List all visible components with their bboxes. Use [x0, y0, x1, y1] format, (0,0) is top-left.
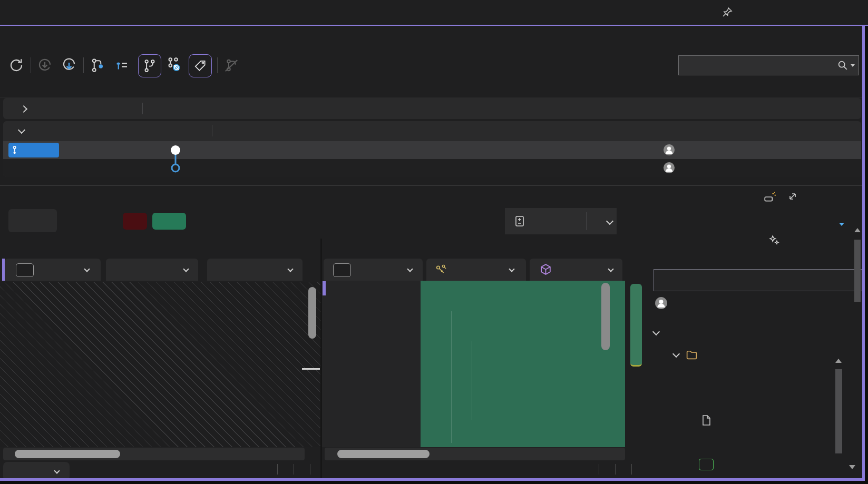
commit-graph	[161, 141, 191, 177]
tree-scrollbar-thumb[interactable]	[835, 369, 842, 453]
branch-bar	[0, 53, 868, 77]
namespace-keys-icon	[435, 263, 447, 276]
right-status-bar	[443, 464, 642, 475]
tree-row-folder[interactable]	[649, 344, 833, 366]
left-empty-file-area	[0, 282, 320, 447]
left-method-dropdown[interactable]	[207, 259, 303, 281]
file-icon	[700, 414, 713, 427]
minimap-added-region[interactable]	[630, 284, 642, 367]
commit-message-box[interactable]	[654, 269, 862, 291]
csharp-chip-icon	[16, 263, 34, 277]
minimize-with-sparkles-icon[interactable]	[763, 190, 777, 204]
panel-scroll-down-icon[interactable]	[849, 465, 855, 469]
folder-icon	[685, 348, 698, 361]
left-type-dropdown[interactable]	[5, 259, 101, 281]
title-bar	[0, 0, 868, 25]
chevron-down-icon[interactable]	[672, 350, 680, 358]
link-separator	[142, 103, 143, 114]
commit-details-panel	[0, 185, 868, 481]
sparkles-icon[interactable]	[768, 234, 780, 246]
avatar	[655, 297, 668, 310]
tree-row-file[interactable]	[649, 432, 833, 455]
right-member-dropdown[interactable]	[426, 259, 526, 281]
branch-badge[interactable]	[8, 143, 59, 157]
chevron-down-icon	[608, 266, 613, 272]
diff-nav-group	[8, 209, 57, 232]
tree-row-file[interactable]	[649, 410, 833, 432]
chevron-right-icon[interactable]	[20, 105, 27, 113]
pin-icon[interactable]	[721, 6, 734, 18]
chevron-down-icon	[84, 266, 90, 272]
window-outside	[0, 481, 868, 484]
history-column-header	[0, 78, 868, 97]
right-type-dropdown[interactable]	[324, 259, 423, 281]
panel-scroll-up-icon[interactable]	[854, 228, 861, 232]
tree-scroll-up-icon[interactable]	[835, 359, 842, 363]
reset-dropdown-icon[interactable]	[839, 223, 844, 226]
additions-badge	[152, 213, 186, 230]
link-separator	[212, 125, 212, 136]
toolbar-separator	[586, 212, 587, 230]
avatar	[663, 144, 675, 156]
local-history-header[interactable]	[3, 121, 861, 141]
csproj-icon	[699, 459, 714, 470]
local-history-section	[3, 121, 861, 177]
deletions-badge	[123, 213, 147, 230]
panel-scrollbar-thumb[interactable]	[854, 240, 861, 302]
commit-row[interactable]	[3, 159, 861, 177]
current-line-accent	[323, 281, 326, 295]
commit-row[interactable]	[3, 141, 861, 159]
minimap-track	[625, 281, 649, 447]
right-horizontal-scrollbar-track[interactable]	[325, 448, 625, 460]
right-vertical-scrollbar[interactable]	[601, 283, 610, 350]
tree-row-file[interactable]	[649, 366, 833, 388]
right-horizontal-scrollbar-thumb[interactable]	[337, 450, 430, 458]
git-toolbar	[0, 26, 868, 53]
indent-guide	[472, 341, 472, 420]
left-status-bar	[121, 464, 320, 475]
tree-row-file[interactable]	[649, 455, 833, 477]
chevron-down-icon[interactable]	[652, 328, 660, 335]
vs-git-diff-window	[0, 0, 868, 484]
summary-icon[interactable]	[513, 215, 526, 228]
csharp-chip-icon	[333, 263, 351, 277]
avatar	[663, 162, 675, 174]
left-horizontal-scrollbar-thumb[interactable]	[15, 450, 120, 458]
changes-tree	[649, 344, 833, 481]
left-member-dropdown[interactable]	[106, 259, 198, 281]
chevron-down-icon	[509, 266, 514, 272]
right-method-dropdown[interactable]	[530, 259, 622, 281]
chevron-down-icon[interactable]	[18, 126, 25, 134]
diff-gutter	[322, 281, 421, 447]
tree-row-file[interactable]	[649, 388, 833, 410]
chevron-down-icon	[287, 266, 293, 272]
branch-compare-icon	[11, 145, 22, 155]
splitter-handle[interactable]	[302, 368, 320, 370]
chevron-down-icon	[54, 468, 60, 473]
expand-panel-icon[interactable]	[786, 190, 799, 203]
window-outside	[865, 26, 868, 481]
indent-guide	[451, 311, 452, 443]
incoming-section[interactable]	[3, 98, 861, 119]
method-cube-icon	[539, 263, 552, 276]
left-vertical-scrollbar[interactable]	[308, 287, 316, 339]
left-horizontal-scrollbar-track[interactable]	[3, 448, 305, 460]
chevron-down-icon	[407, 266, 413, 272]
chevron-down-icon	[183, 266, 189, 272]
